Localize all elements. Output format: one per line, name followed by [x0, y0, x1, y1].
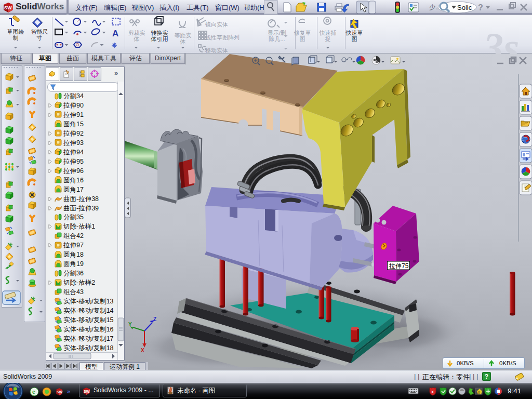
svg-text:SW: SW: [84, 390, 90, 393]
svg-text:Solic: Solic: [457, 4, 472, 11]
svg-text:!: !: [478, 390, 480, 395]
svg-text:SW: SW: [4, 5, 12, 10]
svg-text:Z: Z: [153, 316, 156, 322]
svg-text:少..: 少..: [429, 4, 439, 11]
svg-text:Y: Y: [128, 322, 132, 327]
svg-text:e: e: [32, 389, 35, 395]
svg-text:x: x: [431, 389, 434, 394]
svg-text:拉伸75: 拉伸75: [389, 262, 409, 270]
svg-text:X: X: [141, 348, 144, 353]
svg-text:SW: SW: [57, 390, 63, 394]
svg-text:?: ?: [478, 3, 483, 12]
svg-text:»: »: [67, 388, 70, 394]
